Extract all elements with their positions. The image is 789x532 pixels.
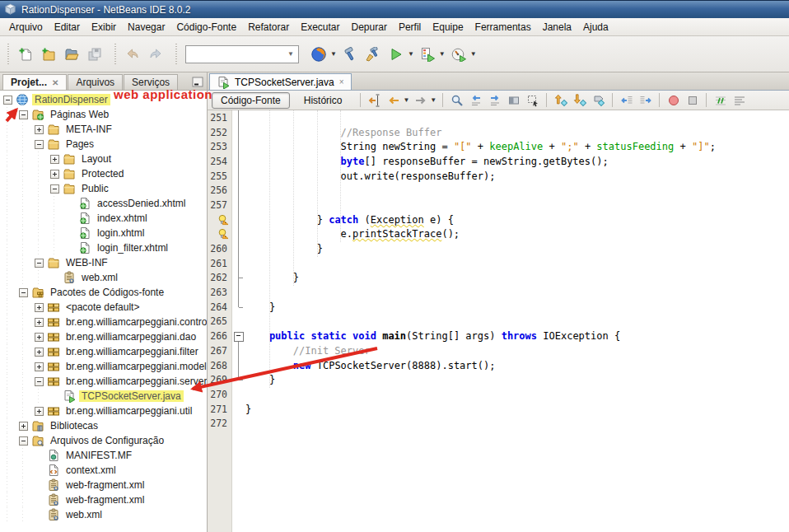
find-selection-button[interactable] xyxy=(447,91,466,109)
code-line[interactable]: 263 xyxy=(208,285,789,300)
expand-toggle-icon[interactable] xyxy=(50,155,59,164)
code-editor[interactable]: 251252 //Response Buffer253 String newSt… xyxy=(208,110,789,532)
tree-item-br-eng-williamcarpeggiani-util[interactable]: br.eng.williamcarpeggiani.util xyxy=(0,404,207,418)
tree-item-web-inf[interactable]: WEB-INF xyxy=(0,255,207,270)
panel-tab-servi-os[interactable]: Serviços xyxy=(124,74,178,90)
code-line[interactable]: 267 //Init Server xyxy=(208,343,789,358)
build-button[interactable] xyxy=(338,43,362,66)
previous-bookmark-button[interactable] xyxy=(551,91,570,109)
configuration-combobox[interactable]: ▼ xyxy=(185,45,299,63)
expand-toggle-icon[interactable] xyxy=(35,125,44,134)
code-line[interactable]: 255 out.write(responseBuffer); xyxy=(208,169,789,184)
toggle-highlight-button[interactable] xyxy=(504,91,523,109)
toggle-bookmark-button[interactable] xyxy=(589,91,608,109)
code-line[interactable]: 269 } xyxy=(208,372,789,387)
tree-item-context-xml[interactable]: context.xml xyxy=(0,463,207,478)
back-dropdown-icon[interactable]: ▼ xyxy=(403,96,409,104)
comment-button[interactable] xyxy=(711,91,730,109)
record-macro-button[interactable] xyxy=(664,91,683,109)
tree-item-meta-inf[interactable]: META-INF xyxy=(0,122,207,137)
tree-item-tcpsocketserver-java[interactable]: TCPSocketServer.java xyxy=(0,389,207,404)
code-fold-collapse-icon[interactable] xyxy=(232,329,245,343)
new-file-button[interactable] xyxy=(14,43,37,66)
code-line[interactable]: 268 new TCPSocketServer(8888).start(); xyxy=(208,358,789,373)
code-line[interactable]: 265 xyxy=(208,315,789,329)
expand-toggle-icon[interactable] xyxy=(50,170,59,179)
menu-item-c-digo-fonte[interactable]: Código-Fonte xyxy=(170,19,242,35)
expand-toggle-icon[interactable] xyxy=(35,318,44,327)
menu-item-arquivo[interactable]: Arquivo xyxy=(3,19,49,35)
undo-button[interactable] xyxy=(121,43,144,66)
menu-item-editar[interactable]: Editar xyxy=(49,19,86,35)
forward-dropdown-icon[interactable]: ▼ xyxy=(430,96,437,104)
minimize-panel-icon[interactable] xyxy=(191,77,204,88)
code-line[interactable]: 254 byte[] responseBuffer = newString.ge… xyxy=(208,154,789,169)
tree-item-index-xhtml[interactable]: index.xhtml xyxy=(0,211,207,226)
tree-item-public[interactable]: Public xyxy=(0,181,207,196)
stop-macro-button[interactable] xyxy=(683,91,702,109)
menu-item-executar[interactable]: Executar xyxy=(295,19,345,35)
tree-item-login-xhtml[interactable]: login.xhtml xyxy=(0,226,207,240)
tree-item-bibliotecas[interactable]: Bibliotecas xyxy=(0,418,207,433)
expand-toggle-icon[interactable] xyxy=(35,348,44,357)
history-view-button[interactable]: Histórico xyxy=(295,92,352,109)
find-next-button[interactable] xyxy=(485,91,504,109)
tree-item-login-filter-xhtml[interactable]: login_filter.xhtml xyxy=(0,240,207,255)
forward-button[interactable] xyxy=(411,91,430,109)
code-line[interactable]: e.printStackTrace(); xyxy=(208,227,789,242)
tree-item-accessdenied-xhtml[interactable]: accessDenied.xhtml xyxy=(0,196,207,211)
code-line[interactable]: 271} xyxy=(208,402,789,417)
profile-dropdown-icon[interactable]: ▼ xyxy=(470,50,477,58)
shift-right-button[interactable] xyxy=(636,91,655,109)
menu-item-ferramentas[interactable]: Ferramentas xyxy=(469,19,537,35)
expand-toggle-icon[interactable] xyxy=(35,407,44,416)
code-line[interactable]: 260 } xyxy=(208,241,789,256)
menu-item-navegar[interactable]: Navegar xyxy=(122,19,170,35)
debug-button[interactable] xyxy=(416,43,439,66)
clean-build-button[interactable] xyxy=(362,43,385,66)
code-line[interactable]: 266 public static void main(String[] arg… xyxy=(208,329,789,343)
next-bookmark-button[interactable] xyxy=(570,91,589,109)
tree-item-protected[interactable]: Protected xyxy=(0,166,207,181)
collapse-toggle-icon[interactable] xyxy=(19,110,28,119)
close-tab-icon[interactable]: ✕ xyxy=(52,78,58,87)
collapse-toggle-icon[interactable] xyxy=(35,140,44,149)
menu-item-exibir[interactable]: Exibir xyxy=(86,19,122,35)
tree-item-layout[interactable]: Layout xyxy=(0,152,207,166)
tab-tcpsocketserver[interactable]: TCPSocketServer.java × xyxy=(209,73,352,90)
browser-button[interactable] xyxy=(307,43,330,66)
menu-item-depurar[interactable]: Depurar xyxy=(346,19,393,35)
tree-item-br-eng-williamcarpeggiani-controlle[interactable]: br.eng.williamcarpeggiani.controlle xyxy=(0,315,207,329)
tree-item-pages[interactable]: Pages xyxy=(0,137,207,152)
panel-tab-projet[interactable]: Projet...✕ xyxy=(2,74,67,90)
collapse-toggle-icon[interactable] xyxy=(50,184,59,194)
collapse-toggle-icon[interactable] xyxy=(19,288,28,297)
tree-item-web-xml[interactable]: web.xml xyxy=(0,507,207,522)
tree-item-web-fragment-xml[interactable]: web-fragment.xml xyxy=(0,478,207,492)
last-edit-position-button[interactable] xyxy=(365,91,384,109)
code-line[interactable]: } catch (Exception e) { xyxy=(208,212,789,227)
collapse-toggle-icon[interactable] xyxy=(19,436,28,446)
back-button[interactable] xyxy=(384,91,403,109)
redo-button[interactable] xyxy=(144,43,167,66)
tree-item-br-eng-williamcarpeggiani-model[interactable]: br.eng.williamcarpeggiani.model xyxy=(0,359,207,374)
browser-dropdown-icon[interactable]: ▼ xyxy=(330,50,337,58)
menu-item-ajuda[interactable]: Ajuda xyxy=(577,19,614,35)
code-line[interactable]: 270 xyxy=(208,387,789,402)
expand-toggle-icon[interactable] xyxy=(35,333,44,342)
code-line[interactable]: 252 //Response Buffer xyxy=(208,125,789,140)
tree-item-pacotes-de-c-digos-fonte[interactable]: Pacotes de Códigos-fonte xyxy=(0,285,207,300)
shift-left-button[interactable] xyxy=(617,91,636,109)
close-tab-icon[interactable]: × xyxy=(339,77,344,86)
code-line[interactable]: 257 xyxy=(208,198,789,212)
code-line[interactable]: 261 xyxy=(208,256,789,271)
expand-toggle-icon[interactable] xyxy=(19,422,28,431)
tree-item-rationdispenser[interactable]: RationDispenser xyxy=(0,92,207,107)
tree-item-pacote-default[interactable]: <pacote default> xyxy=(0,300,207,315)
expand-toggle-icon[interactable] xyxy=(35,362,44,371)
open-project-button[interactable] xyxy=(60,43,83,66)
menu-item-equipe[interactable]: Equipe xyxy=(427,19,469,35)
run-button[interactable] xyxy=(385,43,408,66)
tree-item-br-eng-williamcarpeggiani-dao[interactable]: br.eng.williamcarpeggiani.dao xyxy=(0,329,207,344)
code-line[interactable]: 262 } xyxy=(208,271,789,286)
